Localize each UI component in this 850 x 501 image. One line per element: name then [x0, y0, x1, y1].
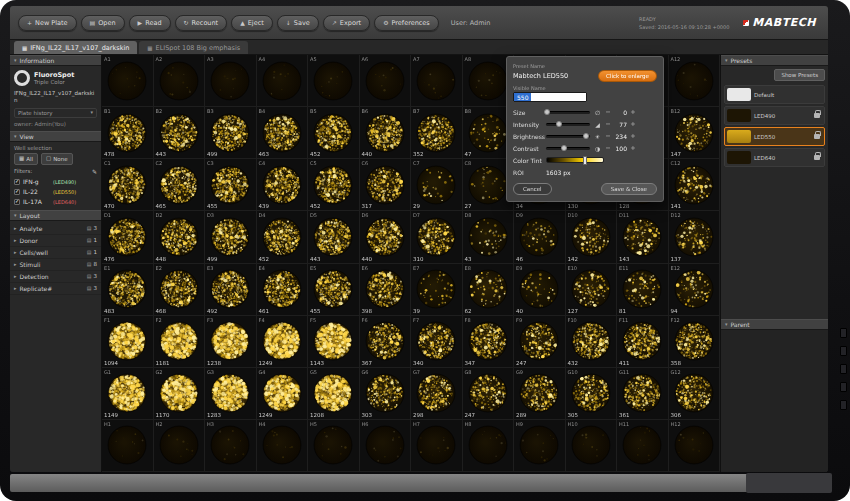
- well-b4[interactable]: B4463: [257, 107, 309, 159]
- well-f4[interactable]: F41249: [257, 316, 309, 368]
- well-c2[interactable]: C2465: [154, 159, 206, 211]
- layout-item-detection[interactable]: ▸Detection▤3: [10, 271, 101, 283]
- cancel-button[interactable]: Cancel: [513, 183, 552, 195]
- save-close-button[interactable]: Save & Close: [601, 183, 657, 195]
- toolbar-button-new-plate[interactable]: +New Plate: [18, 15, 77, 31]
- well-e1[interactable]: E1483: [102, 264, 154, 316]
- toolbar-button-read[interactable]: ▶Read: [129, 15, 171, 31]
- well-c7[interactable]: C729: [411, 159, 463, 211]
- increment-button[interactable]: +: [630, 120, 636, 128]
- filter-ifn-g[interactable]: ✓IFN-g(LED490): [14, 177, 97, 187]
- well-b2[interactable]: B2443: [154, 107, 206, 159]
- well-a3[interactable]: A3: [205, 55, 257, 107]
- slider-brightness[interactable]: [546, 135, 590, 138]
- well-c12[interactable]: C12141: [669, 159, 721, 211]
- plate-history-dropdown[interactable]: Plate history ▾: [14, 108, 97, 118]
- select-all-button[interactable]: ▦ All: [14, 153, 38, 165]
- well-f10[interactable]: F10432: [566, 316, 618, 368]
- well-c3[interactable]: C3455: [205, 159, 257, 211]
- well-d2[interactable]: D2448: [154, 211, 206, 263]
- well-d10[interactable]: D10142: [566, 211, 618, 263]
- layout-panel-header[interactable]: ▾ Layout: [10, 210, 101, 221]
- well-h4[interactable]: H4: [257, 420, 309, 472]
- well-g4[interactable]: G41249: [257, 368, 309, 420]
- well-e11[interactable]: E1181: [617, 264, 669, 316]
- preset-item-led490[interactable]: LED490: [724, 106, 825, 125]
- well-h5[interactable]: H5: [308, 420, 360, 472]
- well-d11[interactable]: D11143: [617, 211, 669, 263]
- well-f5[interactable]: F51143: [308, 316, 360, 368]
- slider-handle[interactable]: [583, 133, 589, 139]
- well-c1[interactable]: C1470: [102, 159, 154, 211]
- well-d6[interactable]: D6440: [360, 211, 412, 263]
- well-e12[interactable]: E1294: [669, 264, 721, 316]
- edit-pencil-icon[interactable]: ✎: [92, 168, 97, 175]
- well-f9[interactable]: F9247: [514, 316, 566, 368]
- well-a1[interactable]: A1: [102, 55, 154, 107]
- well-e5[interactable]: E5455: [308, 264, 360, 316]
- layout-item-stimuli[interactable]: ▸Stimuli▤8: [10, 259, 101, 271]
- well-f3[interactable]: F31238: [205, 316, 257, 368]
- well-e6[interactable]: E6398: [360, 264, 412, 316]
- well-a12[interactable]: A12: [669, 55, 721, 107]
- well-f1[interactable]: F11094: [102, 316, 154, 368]
- well-f7[interactable]: F7340: [411, 316, 463, 368]
- decrement-button[interactable]: −: [605, 120, 611, 128]
- well-e4[interactable]: E4461: [257, 264, 309, 316]
- well-h10[interactable]: H10: [566, 420, 618, 472]
- preset-item-default[interactable]: Default: [724, 85, 825, 104]
- well-d4[interactable]: D4452: [257, 211, 309, 263]
- well-d8[interactable]: D843: [463, 211, 515, 263]
- well-c5[interactable]: C5452: [308, 159, 360, 211]
- toolbar-button-open[interactable]: ▤Open: [81, 15, 125, 31]
- well-e7[interactable]: E739: [411, 264, 463, 316]
- slider-intensity[interactable]: [546, 123, 590, 126]
- color-tint-handle[interactable]: [583, 156, 587, 165]
- toolbar-button-eject[interactable]: ▲Eject: [231, 15, 273, 31]
- well-f6[interactable]: F6367: [360, 316, 412, 368]
- layout-item-donor[interactable]: ▸Donor▤1: [10, 235, 101, 247]
- well-b7[interactable]: B7352: [411, 107, 463, 159]
- well-g7[interactable]: G7298: [411, 368, 463, 420]
- well-f2[interactable]: F21181: [154, 316, 206, 368]
- well-e8[interactable]: E862: [463, 264, 515, 316]
- tab-ifng-il22-il17-v107-darkskin[interactable]: ▦IFNg_IL22_IL17_v107_darkskin: [14, 41, 137, 54]
- checkbox-ifn-g[interactable]: ✓: [14, 179, 20, 185]
- well-h3[interactable]: H3: [205, 420, 257, 472]
- well-a5[interactable]: A5: [308, 55, 360, 107]
- well-h6[interactable]: H6: [360, 420, 412, 472]
- tab-elispot-108-big-emphasis[interactable]: ▦ELISpot 108 Big emphasis: [139, 41, 248, 54]
- well-g6[interactable]: G6303: [360, 368, 412, 420]
- view-panel-header[interactable]: ▾ View: [10, 131, 101, 142]
- well-d3[interactable]: D3499: [205, 211, 257, 263]
- well-g2[interactable]: G21170: [154, 368, 206, 420]
- well-b6[interactable]: B6440: [360, 107, 412, 159]
- select-none-button[interactable]: ▢ None: [41, 153, 73, 165]
- well-g10[interactable]: G10305: [566, 368, 618, 420]
- slider-handle[interactable]: [556, 121, 562, 127]
- well-h12[interactable]: H12: [669, 420, 721, 472]
- well-h7[interactable]: H7: [411, 420, 463, 472]
- well-g3[interactable]: G31283: [205, 368, 257, 420]
- decrement-button[interactable]: −: [605, 144, 611, 152]
- well-b3[interactable]: B3499: [205, 107, 257, 159]
- slider-contrast[interactable]: [546, 147, 590, 150]
- well-e2[interactable]: E2468: [154, 264, 206, 316]
- decrement-button[interactable]: −: [605, 132, 611, 140]
- toolbar-button-export[interactable]: ↗Export: [323, 15, 370, 31]
- well-d12[interactable]: D12137: [669, 211, 721, 263]
- well-a7[interactable]: A7: [411, 55, 463, 107]
- slider-handle[interactable]: [544, 109, 550, 115]
- well-c6[interactable]: C6317: [360, 159, 412, 211]
- well-h1[interactable]: H1: [102, 420, 154, 472]
- well-b1[interactable]: B1478: [102, 107, 154, 159]
- well-g1[interactable]: G11149: [102, 368, 154, 420]
- well-h2[interactable]: H2: [154, 420, 206, 472]
- well-b12[interactable]: B12147: [669, 107, 721, 159]
- click-to-enlarge-button[interactable]: Click to enlarge: [598, 70, 657, 82]
- presets-panel-header[interactable]: ▾ Presets: [721, 55, 828, 66]
- checkbox-il-17a[interactable]: ✓: [14, 199, 20, 205]
- well-a6[interactable]: A6: [360, 55, 412, 107]
- increment-button[interactable]: +: [630, 132, 636, 140]
- well-g8[interactable]: G8247: [463, 368, 515, 420]
